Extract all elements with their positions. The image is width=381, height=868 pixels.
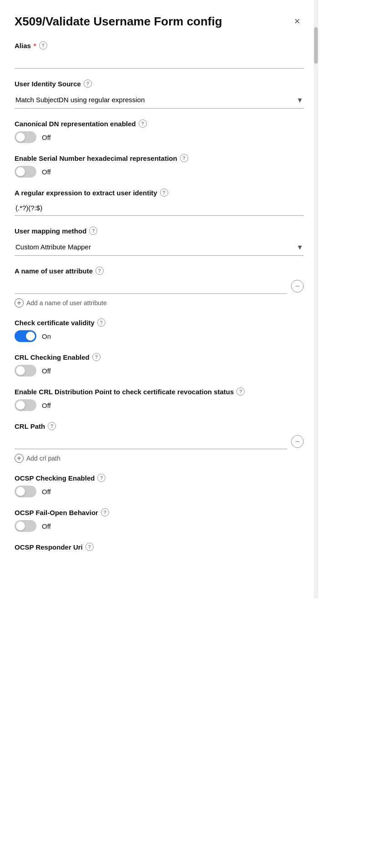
crl-distribution-toggle[interactable] [15,399,36,411]
user-identity-source-help-icon[interactable]: ? [84,79,92,88]
user-attribute-remove-button[interactable]: − [291,280,304,293]
crl-path-input[interactable] [15,434,287,449]
ocsp-fail-open-group: OCSP Fail-Open Behavior ? Off [15,508,304,532]
user-identity-source-select-wrapper: Match SubjectDN using regular expression… [15,91,304,109]
ocsp-checking-label: OCSP Checking Enabled ? [15,474,304,482]
crl-distribution-slider [15,399,36,411]
user-identity-source-select[interactable]: Match SubjectDN using regular expression… [15,91,304,109]
crl-path-remove-button[interactable]: − [291,435,304,448]
canonical-dn-state-label: Off [42,134,51,141]
check-cert-validity-toggle[interactable] [15,330,36,342]
canonical-dn-label: Canonical DN representation enabled ? [15,119,304,128]
ocsp-checking-slider [15,486,36,497]
check-cert-validity-state-label: On [42,332,51,340]
user-attribute-label: A name of user attribute ? [15,267,304,275]
serial-number-hex-slider [15,166,36,178]
user-attribute-add-icon: + [15,298,24,308]
crl-distribution-help-icon[interactable]: ? [236,387,245,396]
regex-help-icon[interactable]: ? [160,188,168,197]
serial-number-hex-state-label: Off [42,168,51,176]
crl-checking-toggle[interactable] [15,365,36,377]
crl-path-label: CRL Path ? [15,422,304,430]
alias-required: * [34,42,36,50]
crl-path-help-icon[interactable]: ? [48,422,56,430]
ocsp-responder-uri-group: OCSP Responder Uri ? [15,543,304,551]
alias-group: Alias * ? [15,41,304,69]
ocsp-fail-open-slider [15,520,36,532]
crl-checking-slider [15,365,36,377]
user-identity-source-label: User Identity Source ? [15,79,304,88]
canonical-dn-toggle[interactable] [15,131,36,143]
crl-path-add-icon: + [15,454,24,463]
regex-label: A regular expression to extract user ide… [15,188,304,197]
ocsp-fail-open-toggle[interactable] [15,520,36,532]
canonical-dn-slider [15,131,36,143]
check-cert-validity-label: Check certificate validity ? [15,318,304,327]
user-attribute-group: A name of user attribute ? − + Add a nam… [15,267,304,308]
check-cert-validity-toggle-group: On [15,330,304,342]
crl-distribution-label: Enable CRL Distribution Point to check c… [15,387,304,396]
crl-checking-label: CRL Checking Enabled ? [15,353,304,361]
serial-number-hex-toggle-group: Off [15,166,304,178]
crl-checking-state-label: Off [42,367,51,375]
ocsp-fail-open-state-label: Off [42,522,51,530]
scrollbar-thumb [314,27,318,64]
crl-distribution-group: Enable CRL Distribution Point to check c… [15,387,304,411]
user-mapping-method-select[interactable]: Custom Attribute Mapper Username or Emai… [15,238,304,256]
check-cert-validity-group: Check certificate validity ? On [15,318,304,342]
user-mapping-method-label: User mapping method ? [15,227,304,235]
crl-path-add-link[interactable]: + Add crl path [15,454,304,463]
ocsp-responder-uri-label: OCSP Responder Uri ? [15,543,304,551]
crl-path-group: CRL Path ? − + Add crl path [15,422,304,463]
panel-title: X509/Validate Username Form config [15,15,222,29]
crl-checking-toggle-group: Off [15,365,304,377]
user-attribute-input[interactable] [15,278,287,294]
user-attribute-add-link[interactable]: + Add a name of user attribute [15,298,304,308]
user-attribute-help-icon[interactable]: ? [95,267,104,275]
ocsp-checking-toggle-group: Off [15,486,304,497]
canonical-dn-group: Canonical DN representation enabled ? Of… [15,119,304,143]
alias-help-icon[interactable]: ? [39,41,47,50]
user-identity-source-group: User Identity Source ? Match SubjectDN u… [15,79,304,109]
canonical-dn-help-icon[interactable]: ? [139,119,147,128]
user-mapping-method-help-icon[interactable]: ? [89,227,97,235]
ocsp-checking-toggle[interactable] [15,486,36,497]
ocsp-responder-uri-help-icon[interactable]: ? [85,543,94,551]
check-cert-validity-slider [15,330,36,342]
ocsp-fail-open-help-icon[interactable]: ? [101,508,109,516]
serial-number-hex-help-icon[interactable]: ? [180,154,188,162]
alias-label: Alias * ? [15,41,304,50]
alias-input[interactable] [15,53,304,69]
serial-number-hex-group: Enable Serial Number hexadecimal represe… [15,154,304,178]
panel-header: X509/Validate Username Form config × [15,15,304,29]
crl-checking-help-icon[interactable]: ? [92,353,100,361]
serial-number-hex-toggle[interactable] [15,166,36,178]
ocsp-fail-open-toggle-group: Off [15,520,304,532]
ocsp-checking-group: OCSP Checking Enabled ? Off [15,474,304,497]
crl-distribution-state-label: Off [42,402,51,409]
user-mapping-method-group: User mapping method ? Custom Attribute M… [15,227,304,256]
regex-input[interactable] [15,200,304,216]
user-mapping-method-select-wrapper: Custom Attribute Mapper Username or Emai… [15,238,304,256]
crl-path-row: − [15,434,304,449]
ocsp-fail-open-label: OCSP Fail-Open Behavior ? [15,508,304,516]
canonical-dn-toggle-group: Off [15,131,304,143]
close-button[interactable]: × [291,15,304,28]
serial-number-hex-label: Enable Serial Number hexadecimal represe… [15,154,304,162]
ocsp-checking-help-icon[interactable]: ? [97,474,105,482]
ocsp-checking-state-label: Off [42,488,51,496]
form-panel: X509/Validate Username Form config × Ali… [0,0,318,598]
user-attribute-row: − [15,278,304,294]
scrollbar[interactable] [314,0,318,598]
crl-checking-group: CRL Checking Enabled ? Off [15,353,304,377]
regex-group: A regular expression to extract user ide… [15,188,304,216]
crl-distribution-toggle-group: Off [15,399,304,411]
check-cert-validity-help-icon[interactable]: ? [97,318,105,327]
